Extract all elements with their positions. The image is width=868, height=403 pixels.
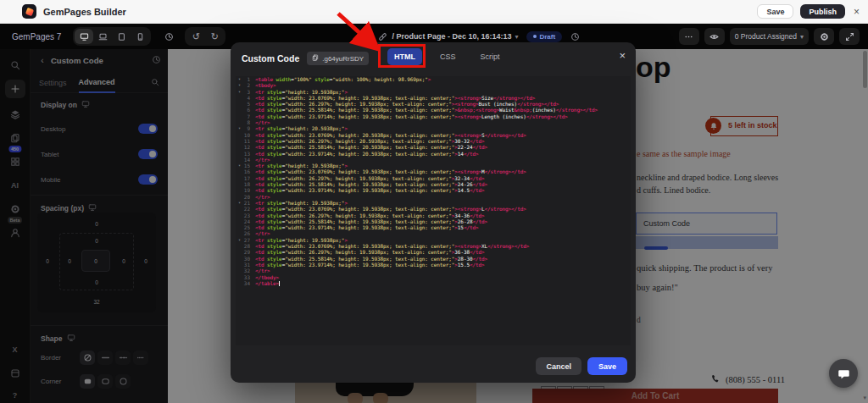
- code-line[interactable]: 32</tr>: [236, 268, 631, 273]
- code-line[interactable]: 22<td style="width: 23.0769%; height: 19…: [236, 206, 631, 212]
- title-bar: GemPages Builder Save Publish ×: [0, 0, 868, 24]
- undo-button[interactable]: ↺: [186, 29, 205, 44]
- line-number: 23: [243, 213, 255, 218]
- more-options-button[interactable]: [679, 28, 699, 45]
- code-tab-script[interactable]: Script: [474, 48, 507, 65]
- line-number: 33: [243, 274, 255, 280]
- custom-code-modal: Custom Code .g64yuRrSDY HTMLCSSScript × …: [231, 42, 636, 383]
- code-line[interactable]: 28<td style="width: 23.0769%; height: 19…: [236, 243, 631, 249]
- line-number: 17: [243, 175, 255, 181]
- selector-badge[interactable]: .g64yuRrSDY: [307, 52, 369, 65]
- line-number: 10: [243, 132, 255, 138]
- code-line[interactable]: 17<td style="width: 26.297%; height: 19.…: [236, 175, 631, 181]
- code-line[interactable]: 25<td style="width: 23.9714%; height: 19…: [236, 224, 631, 230]
- preview-eye-button[interactable]: [704, 28, 725, 45]
- code-line[interactable]: 11<td style="width: 26.297%; height: 20.…: [236, 138, 631, 144]
- chevron-down-icon: ▾: [800, 33, 804, 41]
- line-number: 15: [243, 163, 255, 168]
- line-number: 9: [243, 125, 255, 131]
- line-number: 21: [243, 200, 255, 206]
- product-assigned-dropdown[interactable]: 0 Product Assigned ▾: [730, 28, 809, 45]
- line-number: 30: [243, 256, 255, 262]
- code-line[interactable]: 30<td style="width: 25.5814%; height: 19…: [236, 256, 631, 262]
- line-number: 2: [243, 82, 255, 88]
- code-tab-css[interactable]: CSS: [433, 48, 463, 65]
- code-line[interactable]: ▾15<tr style="height: 19.5938px;">: [236, 163, 631, 168]
- publish-button[interactable]: Publish: [800, 4, 845, 19]
- code-line[interactable]: 31<td style="width: 23.9714%; height: 19…: [236, 262, 631, 268]
- fold-arrow-icon[interactable]: ▾: [236, 82, 243, 88]
- code-line[interactable]: 4<td style="width: 23.0769%; height: 19.…: [236, 95, 631, 101]
- code-line[interactable]: 10<td style="width: 23.0769%; height: 20…: [236, 132, 631, 138]
- line-number: 6: [243, 107, 255, 113]
- code-line[interactable]: 12<td style="width: 25.5814%; height: 20…: [236, 144, 631, 150]
- draft-dot-icon: [533, 35, 537, 38]
- line-number: 3: [243, 89, 255, 95]
- line-number: 16: [243, 168, 255, 174]
- code-line[interactable]: 18<td style="width: 25.5814%; height: 19…: [236, 181, 631, 187]
- brand-label: GemPages 7: [12, 32, 61, 41]
- fold-arrow-icon[interactable]: ▾: [236, 237, 243, 243]
- code-line[interactable]: 14</tr>: [236, 157, 631, 163]
- fold-arrow-icon[interactable]: ▾: [236, 125, 243, 131]
- fold-arrow-icon[interactable]: ▾: [236, 76, 243, 82]
- redo-button[interactable]: ↻: [205, 29, 224, 44]
- modal-title: Custom Code: [242, 53, 299, 63]
- gempages-builder-window: GemPages Builder Save Publish × GemPages…: [0, 0, 868, 403]
- laptop-preview-button[interactable]: [93, 29, 112, 44]
- line-number: 26: [243, 230, 255, 236]
- modal-save-button[interactable]: Save: [587, 357, 627, 375]
- line-number: 19: [243, 187, 255, 193]
- line-number: 20: [243, 194, 255, 200]
- fullscreen-button[interactable]: [839, 28, 860, 45]
- code-line[interactable]: ▾9<tr style="height: 20.5938px;">: [236, 125, 631, 131]
- code-line[interactable]: 29<td style="width: 26.297%; height: 19.…: [236, 249, 631, 255]
- code-line[interactable]: 6<td style="width: 25.5814%; height: 19.…: [236, 107, 631, 113]
- fold-arrow-icon[interactable]: ▾: [236, 89, 243, 95]
- line-number: 4: [243, 95, 255, 101]
- code-line[interactable]: 33</tbody>: [236, 274, 631, 280]
- fold-arrow-icon[interactable]: ▾: [236, 163, 243, 168]
- cancel-button[interactable]: Cancel: [536, 357, 581, 375]
- line-number: 8: [243, 119, 255, 125]
- close-builder-button[interactable]: ×: [854, 7, 860, 17]
- code-line[interactable]: 20</tr>: [236, 194, 631, 200]
- line-number: 14: [243, 157, 255, 163]
- code-line[interactable]: 7<td style="width: 23.9714%; height: 19.…: [236, 113, 631, 119]
- copy-icon: [312, 54, 319, 63]
- code-line[interactable]: 13<td style="width: 23.9714%; height: 20…: [236, 151, 631, 157]
- code-line[interactable]: 34</table>: [236, 280, 631, 286]
- code-line[interactable]: 26</tr>: [236, 230, 631, 236]
- code-line[interactable]: 19<td style="width: 23.9714%; height: 19…: [236, 187, 631, 193]
- code-line[interactable]: 23<td style="width: 26.297%; height: 19.…: [236, 213, 631, 218]
- text-cursor: [279, 281, 280, 286]
- mobile-preview-button[interactable]: [131, 29, 149, 44]
- code-line[interactable]: 24<td style="width: 25.5814%; height: 19…: [236, 218, 631, 224]
- code-tab-html[interactable]: HTML: [387, 48, 422, 65]
- undo-redo-group: ↺ ↻: [185, 27, 225, 46]
- code-line[interactable]: ▾3<tr style="height: 19.5938px;">: [236, 89, 631, 95]
- desktop-preview-button[interactable]: [75, 29, 93, 44]
- line-number: 1: [243, 76, 255, 82]
- code-editor[interactable]: ▾1<table width="100%" style="width: 100%…: [236, 76, 631, 345]
- chat-widget-button[interactable]: [829, 359, 858, 388]
- code-line[interactable]: ▾1<table width="100%" style="width: 100%…: [236, 76, 631, 82]
- code-line[interactable]: 5<td style="width: 26.297%; height: 19.5…: [236, 101, 631, 107]
- line-number: 18: [243, 181, 255, 187]
- line-number: 34: [243, 280, 255, 286]
- code-line[interactable]: ▾21<tr style="height: 19.5938px;">: [236, 200, 631, 206]
- modal-header: Custom Code .g64yuRrSDY HTMLCSSScript ×: [231, 42, 636, 75]
- save-button[interactable]: Save: [757, 4, 793, 19]
- code-line[interactable]: ▾2<tbody>: [236, 82, 631, 88]
- device-preview-group: [73, 27, 151, 46]
- code-line[interactable]: 8</tr>: [236, 119, 631, 125]
- history-button[interactable]: [159, 29, 178, 44]
- modal-close-button[interactable]: ×: [619, 50, 626, 61]
- settings-gear-button[interactable]: [814, 28, 834, 45]
- draft-status-badge: Draft: [526, 31, 562, 42]
- code-line[interactable]: ▾27<tr style="height: 19.5938px;">: [236, 237, 631, 243]
- fold-arrow-icon[interactable]: ▾: [236, 200, 243, 206]
- code-line[interactable]: 16<td style="width: 23.0769%; height: 19…: [236, 168, 631, 174]
- line-number: 7: [243, 113, 255, 119]
- tablet-preview-button[interactable]: [112, 29, 131, 44]
